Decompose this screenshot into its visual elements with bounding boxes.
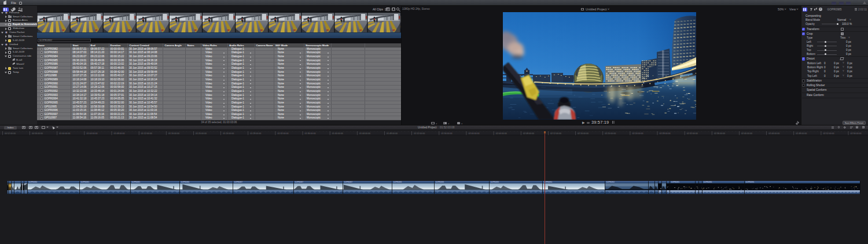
svg-text:GOPR0996: GOPR0996	[746, 181, 755, 183]
svg-text:02:28:00:00: 02:28:00:00	[660, 132, 671, 135]
svg-text:GOPR0985: GOPR0985	[132, 181, 141, 183]
svg-text:00:52:00:00: 00:52:00:00	[5, 132, 16, 135]
svg-text:GOPR0984: GOPR0984	[29, 181, 38, 183]
svg-text:02:48:00:00: 02:48:00:00	[796, 132, 807, 135]
svg-text:02:24:00:00: 02:24:00:00	[632, 132, 643, 135]
svg-text:GOPR0987: GOPR0987	[234, 181, 243, 183]
svg-text:02:20:00:00: 02:20:00:00	[605, 132, 616, 135]
svg-text:02:36:00:00: 02:36:00:00	[714, 132, 725, 135]
svg-text:01:52:00:00: 01:52:00:00	[414, 132, 425, 135]
svg-text:01:48:00:00: 01:48:00:00	[387, 132, 398, 135]
svg-text:01:28:00:00: 01:28:00:00	[250, 132, 261, 135]
svg-text:02:16:00:00: 02:16:00:00	[578, 132, 589, 135]
svg-text:01:24:00:00: 01:24:00:00	[223, 132, 234, 135]
svg-text:01:56:00:00: 01:56:00:00	[441, 132, 452, 135]
svg-text:GOPR0995: GOPR0995	[671, 181, 680, 183]
svg-text:GOPR0987: GOPR0987	[344, 181, 353, 183]
svg-text:GOPR0992: GOPR0992	[606, 181, 615, 183]
svg-text:02:12:00:00: 02:12:00:00	[550, 132, 561, 135]
svg-text:00:56:00:00: 00:56:00:00	[32, 132, 43, 135]
svg-text:01:40:00:00: 01:40:00:00	[332, 132, 343, 135]
svg-text:01:32:00:00: 01:32:00:00	[278, 132, 289, 135]
svg-text:01:12:00:00: 01:12:00:00	[141, 132, 152, 135]
svg-text:GOPR0988: GOPR0988	[436, 181, 444, 183]
svg-text:GOPR0996: GOPR0996	[704, 181, 712, 183]
svg-text:01:20:00:00: 01:20:00:00	[196, 132, 207, 135]
svg-text:02:52:00:00: 02:52:00:00	[823, 132, 834, 135]
svg-text:01:08:00:00: 01:08:00:00	[114, 132, 125, 135]
svg-text:01:04:00:00: 01:04:00:00	[86, 132, 97, 135]
svg-text:02:00:00:00: 02:00:00:00	[469, 132, 480, 135]
svg-text:02:56:00:00: 02:56:00:00	[851, 132, 862, 135]
svg-text:02:08:00:00: 02:08:00:00	[523, 132, 534, 135]
svg-text:01:44:00:00: 01:44:00:00	[359, 132, 370, 135]
svg-text:02:32:00:00: 02:32:00:00	[687, 132, 698, 135]
svg-text:GOPR0985: GOPR0985	[81, 181, 90, 183]
svg-text:02:04:00:00: 02:04:00:00	[496, 132, 507, 135]
svg-text:01:16:00:00: 01:16:00:00	[168, 132, 179, 135]
svg-text:01:36:00:00: 01:36:00:00	[305, 132, 316, 135]
svg-text:01:00:00:00: 01:00:00:00	[59, 132, 70, 135]
svg-text:02:44:00:00: 02:44:00:00	[768, 132, 779, 135]
svg-text:02:40:00:00: 02:40:00:00	[741, 132, 752, 135]
svg-text:GOPR0989: GOPR0989	[491, 181, 499, 183]
svg-text:GOPR0988: GOPR0988	[393, 181, 402, 183]
svg-text:GOPR0986: GOPR0986	[181, 181, 190, 183]
svg-text:GOPR0987: GOPR0987	[295, 181, 304, 183]
